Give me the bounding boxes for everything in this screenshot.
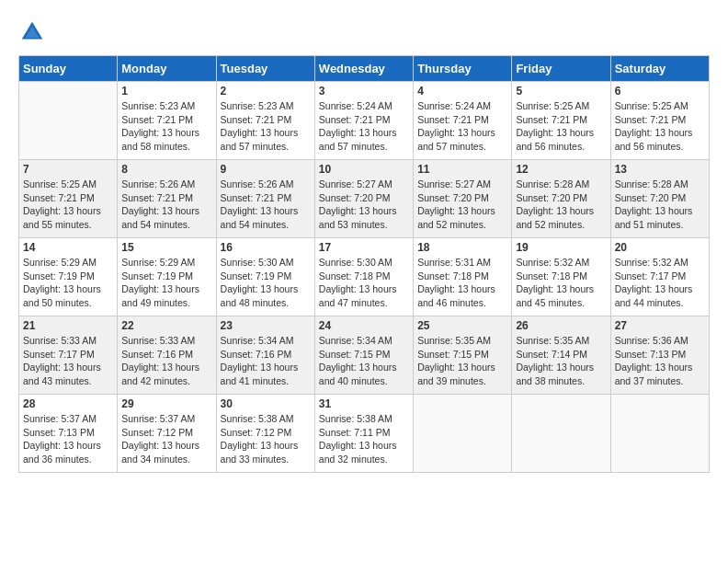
day-number: 1 bbox=[121, 85, 211, 98]
calendar-cell: 12Sunrise: 5:28 AM Sunset: 7:20 PM Dayli… bbox=[512, 160, 610, 238]
calendar-cell: 9Sunrise: 5:26 AM Sunset: 7:21 PM Daylig… bbox=[216, 160, 314, 238]
day-number: 7 bbox=[23, 163, 113, 176]
calendar-cell: 28Sunrise: 5:37 AM Sunset: 7:13 PM Dayli… bbox=[19, 395, 118, 473]
calendar-cell bbox=[414, 395, 512, 473]
calendar-cell: 6Sunrise: 5:25 AM Sunset: 7:21 PM Daylig… bbox=[610, 82, 709, 160]
day-number: 15 bbox=[121, 241, 211, 254]
logo-icon bbox=[18, 18, 46, 46]
day-info: Sunrise: 5:23 AM Sunset: 7:21 PM Dayligh… bbox=[221, 99, 311, 154]
calendar-cell: 7Sunrise: 5:25 AM Sunset: 7:21 PM Daylig… bbox=[19, 160, 118, 238]
calendar-cell: 22Sunrise: 5:33 AM Sunset: 7:16 PM Dayli… bbox=[118, 316, 216, 395]
calendar-cell: 4Sunrise: 5:24 AM Sunset: 7:21 PM Daylig… bbox=[414, 82, 512, 160]
calendar-cell: 16Sunrise: 5:30 AM Sunset: 7:19 PM Dayli… bbox=[216, 238, 314, 316]
calendar-cell: 17Sunrise: 5:30 AM Sunset: 7:18 PM Dayli… bbox=[314, 238, 413, 316]
day-info: Sunrise: 5:27 AM Sunset: 7:20 PM Dayligh… bbox=[417, 178, 507, 232]
day-number: 10 bbox=[319, 163, 409, 176]
calendar-cell: 3Sunrise: 5:24 AM Sunset: 7:21 PM Daylig… bbox=[314, 82, 413, 160]
day-info: Sunrise: 5:25 AM Sunset: 7:21 PM Dayligh… bbox=[615, 99, 705, 154]
day-info: Sunrise: 5:37 AM Sunset: 7:12 PM Dayligh… bbox=[121, 412, 211, 466]
calendar-cell: 18Sunrise: 5:31 AM Sunset: 7:18 PM Dayli… bbox=[414, 238, 512, 316]
day-number: 22 bbox=[121, 319, 211, 332]
day-info: Sunrise: 5:33 AM Sunset: 7:17 PM Dayligh… bbox=[23, 334, 113, 388]
day-info: Sunrise: 5:31 AM Sunset: 7:18 PM Dayligh… bbox=[417, 256, 507, 310]
day-info: Sunrise: 5:30 AM Sunset: 7:19 PM Dayligh… bbox=[221, 256, 311, 310]
calendar-cell: 13Sunrise: 5:28 AM Sunset: 7:20 PM Dayli… bbox=[610, 160, 709, 238]
day-info: Sunrise: 5:34 AM Sunset: 7:16 PM Dayligh… bbox=[221, 334, 311, 388]
calendar-table: SundayMondayTuesdayWednesdayThursdayFrid… bbox=[18, 55, 710, 473]
day-number: 24 bbox=[319, 319, 409, 332]
calendar-cell: 27Sunrise: 5:36 AM Sunset: 7:13 PM Dayli… bbox=[610, 316, 709, 395]
day-number: 14 bbox=[23, 241, 113, 254]
calendar-cell: 20Sunrise: 5:32 AM Sunset: 7:17 PM Dayli… bbox=[610, 238, 709, 316]
day-number: 11 bbox=[417, 163, 507, 176]
day-number: 21 bbox=[23, 319, 113, 332]
day-info: Sunrise: 5:29 AM Sunset: 7:19 PM Dayligh… bbox=[23, 256, 113, 310]
calendar-cell: 29Sunrise: 5:37 AM Sunset: 7:12 PM Dayli… bbox=[118, 395, 216, 473]
day-info: Sunrise: 5:34 AM Sunset: 7:15 PM Dayligh… bbox=[319, 334, 409, 388]
day-info: Sunrise: 5:30 AM Sunset: 7:18 PM Dayligh… bbox=[319, 256, 409, 310]
col-header-tuesday: Tuesday bbox=[216, 56, 314, 82]
day-number: 6 bbox=[615, 85, 705, 98]
calendar-cell: 1Sunrise: 5:23 AM Sunset: 7:21 PM Daylig… bbox=[118, 82, 216, 160]
week-row-4: 21Sunrise: 5:33 AM Sunset: 7:17 PM Dayli… bbox=[19, 316, 710, 395]
day-info: Sunrise: 5:24 AM Sunset: 7:21 PM Dayligh… bbox=[319, 99, 409, 154]
day-number: 17 bbox=[319, 241, 409, 254]
day-number: 16 bbox=[221, 241, 311, 254]
col-header-friday: Friday bbox=[512, 56, 610, 82]
day-info: Sunrise: 5:26 AM Sunset: 7:21 PM Dayligh… bbox=[221, 178, 311, 232]
day-info: Sunrise: 5:32 AM Sunset: 7:17 PM Dayligh… bbox=[615, 256, 705, 310]
col-header-sunday: Sunday bbox=[19, 56, 118, 82]
day-number: 3 bbox=[319, 85, 409, 98]
day-number: 30 bbox=[221, 397, 311, 410]
calendar-cell: 31Sunrise: 5:38 AM Sunset: 7:11 PM Dayli… bbox=[314, 395, 413, 473]
day-info: Sunrise: 5:27 AM Sunset: 7:20 PM Dayligh… bbox=[319, 178, 409, 232]
calendar-cell: 25Sunrise: 5:35 AM Sunset: 7:15 PM Dayli… bbox=[414, 316, 512, 395]
day-info: Sunrise: 5:28 AM Sunset: 7:20 PM Dayligh… bbox=[615, 178, 705, 232]
day-info: Sunrise: 5:37 AM Sunset: 7:13 PM Dayligh… bbox=[23, 412, 113, 466]
calendar-cell: 5Sunrise: 5:25 AM Sunset: 7:21 PM Daylig… bbox=[512, 82, 610, 160]
day-number: 12 bbox=[516, 163, 606, 176]
page-header bbox=[18, 18, 710, 46]
day-number: 2 bbox=[221, 85, 311, 98]
day-number: 5 bbox=[516, 85, 606, 98]
calendar-cell: 15Sunrise: 5:29 AM Sunset: 7:19 PM Dayli… bbox=[118, 238, 216, 316]
day-info: Sunrise: 5:35 AM Sunset: 7:14 PM Dayligh… bbox=[516, 334, 606, 388]
day-number: 26 bbox=[516, 319, 606, 332]
day-number: 13 bbox=[615, 163, 705, 176]
week-row-1: 1Sunrise: 5:23 AM Sunset: 7:21 PM Daylig… bbox=[19, 82, 710, 160]
logo bbox=[18, 18, 50, 46]
header-row: SundayMondayTuesdayWednesdayThursdayFrid… bbox=[19, 56, 710, 82]
week-row-2: 7Sunrise: 5:25 AM Sunset: 7:21 PM Daylig… bbox=[19, 160, 710, 238]
day-number: 27 bbox=[615, 319, 705, 332]
calendar-cell: 23Sunrise: 5:34 AM Sunset: 7:16 PM Dayli… bbox=[216, 316, 314, 395]
day-number: 8 bbox=[121, 163, 211, 176]
calendar-cell: 10Sunrise: 5:27 AM Sunset: 7:20 PM Dayli… bbox=[314, 160, 413, 238]
day-info: Sunrise: 5:28 AM Sunset: 7:20 PM Dayligh… bbox=[516, 178, 606, 232]
day-info: Sunrise: 5:32 AM Sunset: 7:18 PM Dayligh… bbox=[516, 256, 606, 310]
day-number: 25 bbox=[417, 319, 507, 332]
week-row-5: 28Sunrise: 5:37 AM Sunset: 7:13 PM Dayli… bbox=[19, 395, 710, 473]
day-number: 18 bbox=[417, 241, 507, 254]
day-info: Sunrise: 5:23 AM Sunset: 7:21 PM Dayligh… bbox=[121, 99, 211, 154]
day-number: 31 bbox=[319, 397, 409, 410]
day-number: 23 bbox=[221, 319, 311, 332]
calendar-cell: 26Sunrise: 5:35 AM Sunset: 7:14 PM Dayli… bbox=[512, 316, 610, 395]
day-info: Sunrise: 5:24 AM Sunset: 7:21 PM Dayligh… bbox=[417, 99, 507, 154]
day-number: 20 bbox=[615, 241, 705, 254]
calendar-cell: 14Sunrise: 5:29 AM Sunset: 7:19 PM Dayli… bbox=[19, 238, 118, 316]
calendar-cell bbox=[610, 395, 709, 473]
day-number: 4 bbox=[417, 85, 507, 98]
col-header-wednesday: Wednesday bbox=[314, 56, 413, 82]
day-number: 19 bbox=[516, 241, 606, 254]
calendar-cell: 30Sunrise: 5:38 AM Sunset: 7:12 PM Dayli… bbox=[216, 395, 314, 473]
day-info: Sunrise: 5:35 AM Sunset: 7:15 PM Dayligh… bbox=[417, 334, 507, 388]
day-info: Sunrise: 5:38 AM Sunset: 7:12 PM Dayligh… bbox=[221, 412, 311, 466]
day-number: 28 bbox=[23, 397, 113, 410]
col-header-monday: Monday bbox=[118, 56, 216, 82]
week-row-3: 14Sunrise: 5:29 AM Sunset: 7:19 PM Dayli… bbox=[19, 238, 710, 316]
calendar-cell bbox=[19, 82, 118, 160]
day-info: Sunrise: 5:33 AM Sunset: 7:16 PM Dayligh… bbox=[121, 334, 211, 388]
day-number: 9 bbox=[221, 163, 311, 176]
calendar-cell: 8Sunrise: 5:26 AM Sunset: 7:21 PM Daylig… bbox=[118, 160, 216, 238]
day-info: Sunrise: 5:26 AM Sunset: 7:21 PM Dayligh… bbox=[121, 178, 211, 232]
